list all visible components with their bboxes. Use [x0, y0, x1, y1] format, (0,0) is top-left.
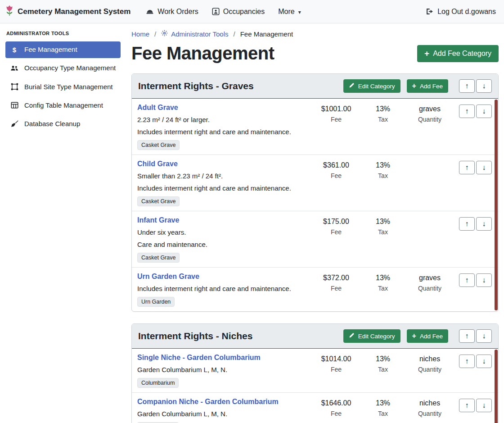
plus-icon: +: [412, 332, 416, 340]
nav-work-orders-label: Work Orders: [158, 8, 198, 16]
category-header: Interment Rights - Graves Edit Category …: [132, 74, 498, 99]
fee-description: Garden Columbarium L, M, N.: [137, 365, 309, 374]
fee-name-link[interactable]: Adult Grave: [137, 104, 178, 112]
nav-more[interactable]: More ▾: [278, 8, 301, 16]
arrow-up-icon: ↑: [465, 357, 469, 365]
move-fee-down-button[interactable]: ↓: [476, 105, 492, 118]
fee-tax: 13%: [360, 399, 406, 407]
arrow-down-icon: ↓: [482, 107, 486, 115]
fee-amount-label: Fee: [313, 285, 360, 292]
fee-tag: Urn Garden: [137, 297, 175, 307]
edit-category-button[interactable]: Edit Category: [343, 329, 400, 343]
add-fee-button[interactable]: + Add Fee: [407, 329, 448, 343]
add-fee-label: Add Fee: [420, 333, 443, 340]
move-fee-up-button[interactable]: ↑: [459, 217, 475, 231]
page-title: Fee Management: [131, 43, 274, 64]
top-navbar: Cemetery Management System Work Orders O…: [0, 0, 504, 23]
sidebar-item-config-table-management[interactable]: Config Table Management: [5, 97, 121, 114]
edit-category-button[interactable]: Edit Category: [343, 79, 400, 93]
sidebar-item-label: Config Table Management: [24, 101, 103, 110]
fee-details: Adult Grave 2.23 m² / 24 ft² or larger. …: [137, 104, 313, 150]
category-reorder-controls: ↑ ↓: [459, 79, 492, 93]
arrow-up-icon: ↑: [465, 82, 469, 90]
move-category-up-button[interactable]: ↑: [459, 329, 475, 343]
move-fee-down-button[interactable]: ↓: [476, 399, 492, 412]
fee-details: Child Grave Smaller than 2.23 m² / 24 ft…: [137, 160, 313, 206]
edit-category-label: Edit Category: [358, 333, 395, 340]
fee-name-link[interactable]: Companion Niche - Garden Columbarium: [137, 398, 279, 406]
fee-name-link[interactable]: Urn Garden Grave: [137, 273, 199, 281]
nav-work-orders[interactable]: Work Orders: [146, 8, 198, 16]
fee-quantity-label: Quantity: [406, 410, 453, 417]
move-fee-up-button[interactable]: ↑: [459, 161, 475, 174]
move-fee-down-button[interactable]: ↓: [476, 161, 492, 174]
sidebar-heading: ADMINISTRATOR TOOLS: [0, 30, 126, 41]
move-fee-down-button[interactable]: ↓: [476, 355, 492, 368]
gear-icon: [161, 30, 168, 38]
add-fee-category-button[interactable]: + Add Fee Category: [417, 45, 499, 62]
fee-amount: $1014.00: [313, 355, 360, 363]
fee-tax-cell: 13% Tax: [360, 160, 406, 206]
move-fee-up-button[interactable]: ↑: [459, 105, 475, 118]
fee-reorder-controls: ↑ ↓: [453, 273, 492, 307]
main-content: Home /: [126, 23, 504, 423]
move-category-up-button[interactable]: ↑: [459, 79, 475, 93]
fee-row: Companion Niche - Garden Columbarium Gar…: [132, 393, 498, 423]
category-list: Interment Rights - Graves Edit Category …: [131, 73, 499, 423]
app-title: Cemetery Management System: [18, 7, 130, 16]
move-category-down-button[interactable]: ↓: [476, 329, 492, 343]
arrow-up-icon: ↑: [465, 220, 469, 228]
sidebar-item-database-cleanup[interactable]: Database Cleanup: [5, 116, 121, 132]
sidebar-item-occupancy-type-management[interactable]: Occupancy Type Management: [5, 60, 121, 77]
fee-list: Single Niche - Garden Columbarium Garden…: [132, 349, 498, 423]
arrow-down-icon: ↓: [482, 276, 486, 284]
fee-tax-cell: 13% Tax: [360, 273, 406, 307]
fee-name-link[interactable]: Single Niche - Garden Columbarium: [137, 354, 261, 362]
navbar-links: Work Orders Occupancies More ▾: [146, 8, 301, 16]
move-category-down-button[interactable]: ↓: [476, 79, 492, 93]
fee-tax: 13%: [360, 105, 406, 113]
add-fee-label: Add Fee: [420, 83, 443, 90]
move-fee-up-button[interactable]: ↑: [459, 273, 475, 287]
fee-reorder-controls: ↑ ↓: [453, 398, 492, 423]
fee-description: Under six years.: [137, 227, 309, 237]
fee-category-card: Interment Rights - Graves Edit Category …: [131, 73, 499, 312]
logout-button[interactable]: Log Out d.gowans: [426, 8, 496, 16]
fee-amount-label: Fee: [313, 228, 360, 236]
broom-icon: [10, 120, 19, 129]
vector-square-icon: [10, 83, 19, 92]
fee-tag: Casket Grave: [137, 196, 180, 206]
fee-quantity: graves: [406, 274, 453, 282]
fee-quantity-cell: niches Quantity: [406, 354, 453, 388]
fee-row: Infant Grave Under six years. Care and m…: [132, 211, 498, 268]
move-fee-down-button[interactable]: ↓: [476, 273, 492, 287]
move-fee-down-button[interactable]: ↓: [476, 217, 492, 231]
arrow-down-icon: ↓: [482, 220, 486, 228]
sidebar-item-burial-site-type-management[interactable]: Burial Site Type Management: [5, 79, 121, 96]
move-fee-up-button[interactable]: ↑: [459, 399, 475, 412]
breadcrumb-admin-link[interactable]: Administrator Tools: [161, 30, 228, 38]
breadcrumb-separator: /: [154, 30, 156, 38]
fee-quantity-cell: [406, 216, 453, 263]
move-fee-up-button[interactable]: ↑: [459, 355, 475, 368]
scrollbar-thumb[interactable]: [495, 100, 498, 310]
sidebar-item-fee-management[interactable]: $ Fee Management: [5, 41, 121, 58]
scrollbar-thumb[interactable]: [495, 350, 498, 423]
logout-icon: [426, 8, 434, 15]
fee-name-link[interactable]: Infant Grave: [137, 216, 179, 224]
pencil-icon: [349, 82, 355, 90]
app-brand[interactable]: Cemetery Management System: [4, 5, 130, 18]
arrow-up-icon: ↑: [465, 332, 469, 340]
breadcrumb: Home /: [131, 30, 499, 38]
fee-name-link[interactable]: Child Grave: [137, 160, 178, 168]
fee-details: Infant Grave Under six years. Care and m…: [137, 216, 313, 263]
fee-description: Smaller than 2.23 m² / 24 ft².: [137, 171, 309, 181]
nav-occupancies[interactable]: Occupancies: [212, 8, 265, 16]
fee-reorder-controls: ↑ ↓: [453, 160, 492, 206]
fee-tax: 13%: [360, 274, 406, 282]
breadcrumb-home-link[interactable]: Home: [131, 30, 149, 38]
fee-tax-cell: 13% Tax: [360, 354, 406, 388]
add-fee-button[interactable]: + Add Fee: [407, 79, 448, 93]
fee-description: Includes interment right and care and ma…: [137, 284, 309, 293]
fee-tax-cell: 13% Tax: [360, 216, 406, 263]
